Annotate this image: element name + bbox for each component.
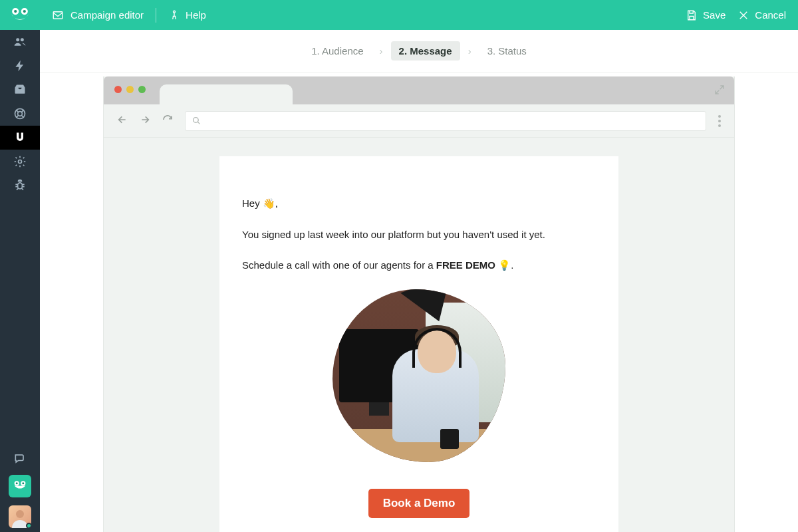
expand-preview-button[interactable] (714, 84, 725, 98)
avatar-bot[interactable] (9, 475, 31, 497)
bug-icon (13, 179, 27, 192)
svg-point-10 (16, 482, 18, 484)
email-greeting: Hey 👋, (242, 196, 596, 211)
svg-point-5 (18, 112, 23, 116)
sidebar-item-automation[interactable] (0, 54, 40, 78)
help-button[interactable]: Help (168, 9, 206, 21)
window-max-dot (138, 86, 146, 93)
browser-preview: Hey 👋, You signed up last week into our … (103, 76, 735, 532)
email-line-1: You signed up last week into our platfor… (242, 227, 596, 243)
svg-point-6 (19, 160, 22, 164)
expand-icon (714, 84, 725, 95)
svg-point-12 (16, 510, 24, 518)
email-hero-image (332, 289, 505, 462)
svg-point-15 (194, 118, 199, 123)
save-icon (686, 9, 698, 21)
preview-canvas: Hey 👋, You signed up last week into our … (40, 72, 798, 532)
editor-topbar: Campaign editor Help Save Cancel (40, 0, 798, 30)
help-icon (168, 9, 180, 21)
browser-navbar (104, 104, 734, 138)
close-icon (737, 9, 749, 21)
browser-menu-button[interactable] (718, 115, 721, 127)
cancel-label: Cancel (755, 9, 786, 21)
people-icon (13, 35, 27, 49)
inbox-icon (13, 83, 27, 96)
email-preview-body: Hey 👋, You signed up last week into our … (104, 138, 734, 532)
email-cta-button[interactable]: Book a Demo (368, 489, 470, 518)
reload-icon (162, 114, 173, 125)
help-label: Help (186, 9, 206, 21)
magnet-icon (13, 131, 27, 144)
page-title: Campaign editor (52, 9, 144, 21)
sidebar-item-inbox[interactable] (0, 78, 40, 102)
window-close-dot (114, 86, 122, 93)
window-min-dot (126, 86, 134, 93)
avatar-user[interactable] (9, 505, 31, 528)
browser-tab (160, 84, 293, 104)
svg-point-3 (23, 9, 26, 12)
frog-logo-icon (9, 7, 31, 24)
save-button[interactable]: Save (686, 9, 726, 21)
app-sidebar (0, 0, 40, 532)
presence-dot (26, 523, 31, 528)
chevron-right-icon: › (468, 45, 471, 57)
window-controls (114, 86, 146, 93)
svg-point-2 (14, 9, 17, 12)
envelope-icon (52, 9, 64, 21)
email-content[interactable]: Hey 👋, You signed up last week into our … (219, 156, 618, 532)
lifebuoy-icon (13, 107, 27, 120)
browser-tabbar (104, 76, 734, 104)
cancel-button[interactable]: Cancel (737, 9, 786, 21)
browser-urlbar[interactable] (185, 111, 706, 131)
gear-icon (13, 155, 27, 168)
topbar-divider (156, 8, 156, 23)
svg-point-11 (22, 482, 24, 484)
arrow-left-icon (117, 114, 128, 125)
nav-forward-button[interactable] (140, 114, 150, 128)
sidebar-item-support[interactable] (0, 102, 40, 126)
arrow-right-icon (140, 114, 150, 125)
sidebar-item-people[interactable] (0, 30, 40, 54)
save-label: Save (703, 9, 726, 21)
step-status[interactable]: 3. Status (479, 41, 535, 61)
sidebar-item-settings[interactable] (0, 150, 40, 174)
step-message[interactable]: 2. Message (391, 41, 460, 61)
wizard-steps: 1. Audience › 2. Message › 3. Status (40, 30, 798, 72)
chevron-right-icon: › (380, 45, 383, 57)
nav-back-button[interactable] (117, 114, 128, 128)
svg-rect-7 (18, 183, 23, 189)
sidebar-item-debug[interactable] (0, 174, 40, 198)
app-logo[interactable] (0, 0, 40, 30)
page-title-text: Campaign editor (70, 9, 144, 21)
svg-rect-13 (53, 11, 63, 19)
search-icon (192, 116, 201, 125)
svg-point-14 (174, 11, 176, 13)
chat-icon (13, 452, 27, 466)
email-line-2: Schedule a call with one of our agents f… (242, 258, 596, 273)
sidebar-item-chat[interactable] (0, 447, 40, 471)
sidebar-item-campaigns[interactable] (0, 126, 40, 150)
bolt-icon (13, 59, 27, 72)
nav-reload-button[interactable] (162, 114, 173, 128)
agent-at-desk-illustration (332, 289, 505, 462)
frog-avatar-icon (12, 480, 28, 492)
step-audience[interactable]: 1. Audience (303, 41, 371, 61)
